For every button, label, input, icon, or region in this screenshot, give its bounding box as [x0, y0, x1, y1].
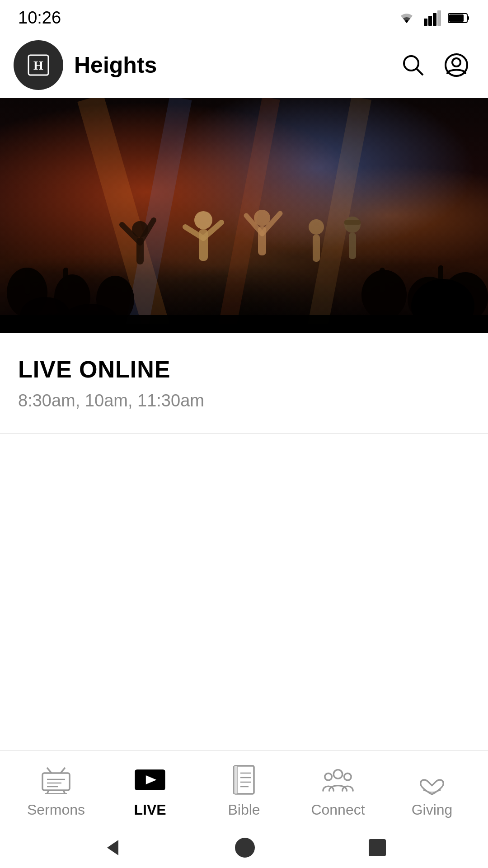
nav-item-live[interactable]: LIVE: [114, 764, 186, 818]
sermons-nav-label: Sermons: [27, 802, 85, 818]
svg-point-29: [309, 219, 324, 235]
svg-point-12: [452, 58, 460, 66]
svg-line-54: [47, 768, 52, 773]
svg-point-72: [235, 838, 255, 858]
bible-nav-icon: [228, 764, 260, 796]
header-left: H Heights: [14, 40, 157, 90]
sermons-nav-icon: [40, 764, 72, 796]
recents-button[interactable]: [367, 837, 388, 858]
svg-rect-6: [449, 14, 464, 22]
connect-nav-icon: [322, 764, 354, 796]
svg-point-70: [344, 773, 352, 780]
svg-rect-40: [63, 268, 68, 290]
back-icon: [100, 836, 123, 859]
svg-line-55: [61, 768, 65, 773]
live-nav-icon: [134, 764, 166, 796]
home-button[interactable]: [234, 836, 256, 859]
svg-rect-2: [433, 13, 436, 26]
hero-scene: [0, 98, 488, 333]
bottom-navigation: Sermons LIVE: [0, 750, 488, 827]
giving-nav-icon: [416, 764, 448, 796]
recents-icon: [367, 837, 388, 858]
profile-icon: [444, 52, 469, 78]
search-icon: [400, 52, 426, 78]
svg-line-16: [316, 98, 361, 333]
svg-rect-49: [0, 324, 488, 333]
svg-rect-44: [380, 268, 385, 292]
svg-point-21: [194, 211, 212, 229]
bible-nav-label: Bible: [228, 802, 260, 818]
svg-rect-5: [467, 16, 469, 20]
status-bar: 10:26: [0, 0, 488, 32]
battery-icon: [448, 12, 470, 24]
search-button[interactable]: [399, 52, 427, 79]
signal-icon: [424, 10, 441, 26]
svg-rect-0: [424, 19, 427, 26]
svg-marker-71: [107, 840, 118, 855]
heights-logo-icon: H: [25, 52, 52, 79]
connect-nav-label: Connect: [311, 802, 365, 818]
nav-item-bible[interactable]: Bible: [208, 764, 280, 818]
svg-rect-39: [25, 270, 30, 295]
live-nav-label: LIVE: [134, 802, 166, 818]
svg-rect-73: [369, 839, 386, 856]
live-online-title: LIVE ONLINE: [18, 356, 470, 383]
main-content: [0, 434, 488, 750]
nav-item-connect[interactable]: Connect: [302, 764, 374, 818]
svg-rect-50: [42, 773, 70, 790]
svg-rect-32: [344, 220, 361, 225]
svg-rect-33: [349, 233, 356, 259]
nav-item-giving[interactable]: Giving: [396, 764, 468, 818]
svg-point-69: [325, 773, 332, 780]
hero-image[interactable]: [0, 98, 488, 333]
giving-nav-label: Giving: [412, 802, 453, 818]
nav-item-sermons[interactable]: Sermons: [20, 764, 92, 818]
app-header: H Heights: [0, 32, 488, 98]
wifi-icon: [397, 10, 417, 26]
back-button[interactable]: [100, 836, 123, 859]
status-icons: [397, 10, 470, 26]
status-time: 10:26: [18, 8, 61, 28]
app-logo[interactable]: H: [14, 40, 63, 90]
home-icon: [234, 836, 256, 859]
header-actions: [399, 52, 470, 79]
svg-rect-30: [313, 235, 320, 262]
app-title: Heights: [74, 52, 157, 78]
live-online-section[interactable]: LIVE ONLINE 8:30am, 10am, 11:30am: [0, 333, 488, 434]
svg-rect-63: [234, 766, 238, 794]
svg-line-10: [416, 68, 423, 75]
svg-rect-1: [428, 16, 432, 26]
svg-rect-3: [437, 10, 441, 26]
system-navigation: [0, 827, 488, 868]
profile-button[interactable]: [443, 52, 470, 79]
live-online-times: 8:30am, 10am, 11:30am: [18, 391, 470, 410]
svg-point-68: [333, 770, 342, 778]
svg-text:H: H: [33, 58, 43, 72]
